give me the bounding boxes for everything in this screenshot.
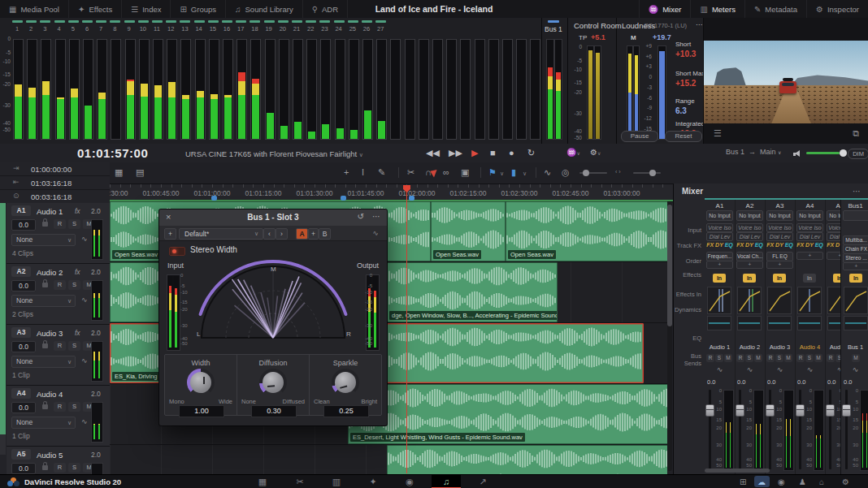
selection-tool-icon[interactable]	[430, 168, 440, 178]
strip-eq-graph[interactable]	[844, 316, 868, 330]
strip-s-button[interactable]: S	[745, 354, 753, 362]
track-pan-icon[interactable]: ∿	[81, 235, 88, 243]
lock-icon[interactable]	[42, 222, 48, 227]
strip-effects-in-button[interactable]: In	[743, 274, 756, 283]
strip-dynamics-graph[interactable]	[767, 287, 792, 314]
strip-add-effect[interactable]: +	[706, 261, 733, 269]
knob-ring[interactable]	[187, 369, 215, 396]
flag-chevron-icon[interactable]: ∨	[500, 171, 504, 177]
history-icon[interactable]: ↺	[358, 212, 364, 221]
track-volume[interactable]: 0.0	[11, 402, 36, 413]
toolbar-button-groups[interactable]: ⊞Groups	[171, 0, 226, 18]
lock-icon[interactable]	[42, 404, 48, 409]
strip-r-button[interactable]: R	[827, 354, 835, 362]
zoom-presets-icon[interactable]: ‹ ›	[615, 169, 621, 175]
page-tab-cut[interactable]: ✂	[291, 477, 309, 487]
strip-input-select[interactable]: No Input	[706, 210, 733, 221]
snap-icon[interactable]: ∩	[425, 167, 432, 177]
strip-input-select[interactable]: No Input	[736, 210, 763, 221]
strip-input-select[interactable]: No Input	[766, 210, 793, 221]
strip-volume[interactable]: 0.0	[707, 378, 715, 386]
strip-add-effect[interactable]: +	[736, 261, 763, 269]
plugin-window-stereo-width[interactable]: × Bus 1 - Slot 3 ↺ ⋯ + Default* ‹ › A + …	[159, 209, 387, 425]
strip-pan-icon[interactable]: ∿	[705, 365, 735, 374]
strip-r-button[interactable]: R	[766, 354, 775, 362]
strip-trackfx[interactable]: Voice Iso	[796, 223, 823, 232]
toolbar-button-media-pool[interactable]: ▦Media Pool	[0, 0, 69, 18]
page-tab-color[interactable]: ◉	[401, 477, 419, 487]
track-volume[interactable]: 0.0	[11, 219, 36, 231]
strip-effects-in-button[interactable]: In	[773, 274, 786, 283]
strip-s-button[interactable]: S	[715, 354, 723, 362]
mixer-strip-bus1[interactable]: Bus1Multiba...Chain FXStereo ...+InBus 1…	[840, 200, 868, 474]
strip-s-button[interactable]: S	[775, 354, 783, 362]
footer-web-icon[interactable]: ◉	[778, 477, 785, 486]
footer-collaboration-icon[interactable]: ♟	[799, 477, 806, 486]
track-input-select[interactable]: None	[11, 417, 76, 429]
timecode-field[interactable]: ⊙00:03:16:18	[0, 190, 110, 204]
timeline-marker[interactable]	[341, 196, 346, 201]
toolbar-button-mixer[interactable]: ♒Mixer	[639, 0, 691, 18]
strip-r-button[interactable]: R	[706, 354, 714, 362]
lock-icon[interactable]	[42, 465, 48, 470]
strip-volume[interactable]: 0.0	[797, 378, 805, 386]
knob-face[interactable]	[335, 372, 356, 393]
automation-toggle-icon[interactable]: ♒∨	[566, 148, 580, 157]
plugin-bypass-toggle[interactable]	[169, 247, 185, 256]
strip-dynamics-graph[interactable]	[844, 287, 868, 314]
fast-forward-button[interactable]: ▶▶	[449, 148, 462, 158]
track-input-select[interactable]: None	[11, 234, 76, 246]
strip-trackfx[interactable]: Voice Iso	[706, 223, 733, 232]
loop-button[interactable]: ↻	[527, 148, 535, 158]
strip-pan-icon[interactable]: ∿	[795, 365, 825, 374]
timeline-marker[interactable]	[409, 196, 414, 201]
track-pan-icon[interactable]: ∿	[81, 296, 88, 304]
strip-volume[interactable]: 0.0	[844, 378, 852, 386]
track-input-select[interactable]: None	[11, 295, 76, 307]
strip-effects-in-button[interactable]: In	[713, 274, 726, 283]
page-tab-fusion[interactable]: ✦	[364, 477, 382, 487]
track-header-a3[interactable]: A3Audio 3fx2.00.0RSMNone∿1 Clip	[7, 325, 110, 386]
toolbar-button-inspector[interactable]: ⚙Inspector	[806, 0, 868, 18]
strip-eq-graph[interactable]	[707, 316, 731, 330]
strip-order[interactable]: FX DY EQ	[765, 242, 795, 248]
strip-trackfx[interactable]: Dial Lev	[736, 232, 763, 241]
dim-button[interactable]: DIM	[848, 149, 868, 159]
track-r-button[interactable]: R	[54, 463, 66, 473]
footer-cloud-icon[interactable]: ☁	[757, 477, 766, 486]
record-button[interactable]: ●	[509, 148, 514, 158]
mixer-strip-a4[interactable]: A4No InputVoice IsoDial LevFX DY EQ +InA…	[795, 200, 826, 474]
track-s-button[interactable]: S	[68, 402, 80, 412]
footer-home-icon[interactable]: ⌂	[819, 477, 824, 486]
strip-fader-track[interactable]	[845, 390, 848, 469]
volume-knob[interactable]	[840, 149, 847, 157]
track-header-a4[interactable]: A4Audio 42.00.0RSMNone∿1 Clip	[7, 386, 110, 447]
strip-volume[interactable]: 0.0	[767, 378, 775, 386]
timeline-vscrollbar-thumb[interactable]	[667, 205, 672, 326]
track-header-a1[interactable]: A1Audio 1fx2.00.0RSMNone∿4 Clips	[7, 203, 110, 264]
strip-add-effect[interactable]: +	[843, 262, 868, 270]
horizontal-zoom-slider[interactable]	[633, 172, 661, 174]
track-pan-icon[interactable]: ∿	[81, 417, 88, 425]
strip-fader-track[interactable]	[799, 390, 801, 469]
monitor-source[interactable]: Bus 1 → Main ∨	[726, 148, 781, 156]
knob-face[interactable]	[190, 372, 211, 393]
zoom-link-icon[interactable]: ◎	[562, 167, 570, 178]
toolbar-button-metadata[interactable]: ✎Metadata	[744, 0, 806, 18]
track-r-button[interactable]: R	[54, 402, 66, 412]
timecode-field[interactable]: ⇤01:03:16:18	[0, 176, 110, 190]
marker-chevron-icon[interactable]: ∨	[523, 171, 527, 177]
stop-button[interactable]: ■	[490, 148, 496, 158]
strip-pan-icon[interactable]: ∿	[841, 365, 868, 374]
strip-effects-in-button[interactable]: In	[803, 274, 816, 283]
audio-clip[interactable]: Open Seas.wav	[431, 201, 506, 261]
play-button[interactable]: ▶	[471, 148, 478, 158]
strip-pan-icon[interactable]: ∿	[735, 365, 765, 374]
mixer-scrollbar[interactable]	[705, 469, 770, 473]
mixer-strip-a1[interactable]: A1No InputVoice IsoDial LevFX DY EQ Freq…	[705, 200, 736, 474]
prev-preset-button[interactable]: ‹	[263, 228, 276, 240]
ab-copy-button[interactable]: +	[308, 228, 319, 240]
monitor-volume-slider[interactable]	[806, 152, 845, 154]
marker-icon[interactable]: ▮	[511, 167, 516, 178]
toolbar-button-index[interactable]: ☰Index	[122, 0, 171, 18]
